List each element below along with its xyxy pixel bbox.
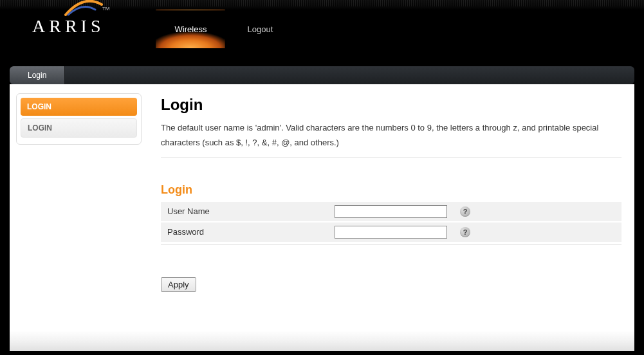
- login-form: User Name ? Password ?: [161, 202, 621, 242]
- brand-tm: TM: [102, 6, 110, 12]
- sidebar-item-login-active[interactable]: LOGIN: [21, 98, 137, 116]
- divider: [161, 244, 621, 245]
- footer-gradient: [10, 331, 634, 351]
- subtab-login[interactable]: Login: [10, 66, 65, 84]
- page-description: The default user name is 'admin'. Valid …: [161, 120, 621, 150]
- section-title-login: Login: [161, 183, 621, 197]
- username-input[interactable]: [335, 205, 447, 218]
- help-icon[interactable]: ?: [460, 206, 470, 217]
- username-label: User Name: [161, 202, 328, 222]
- tab-wireless[interactable]: Wireless: [156, 10, 225, 48]
- sub-header: Login: [10, 66, 634, 84]
- brand-name: ARRIS: [32, 16, 104, 37]
- content-area: LOGIN LOGIN Login The default user name …: [10, 84, 634, 331]
- sidebar-item-login[interactable]: LOGIN: [21, 118, 137, 138]
- brand-swoosh-icon: [64, 0, 103, 16]
- apply-button[interactable]: Apply: [161, 277, 196, 292]
- divider: [161, 157, 621, 158]
- page-title: Login: [161, 96, 621, 114]
- tab-logout[interactable]: Logout: [225, 10, 295, 48]
- row-username: User Name ?: [161, 202, 621, 222]
- help-icon[interactable]: ?: [460, 227, 470, 237]
- main: Login The default user name is 'admin'. …: [142, 93, 628, 292]
- header: ARRIS TM Wireless Logout: [0, 0, 644, 48]
- sidebar: LOGIN LOGIN: [16, 93, 142, 145]
- password-input[interactable]: [335, 226, 447, 239]
- brand-logo: ARRIS TM: [32, 16, 104, 37]
- top-tabs: Wireless Logout: [156, 0, 295, 48]
- password-label: Password: [161, 222, 328, 242]
- row-password: Password ?: [161, 222, 621, 242]
